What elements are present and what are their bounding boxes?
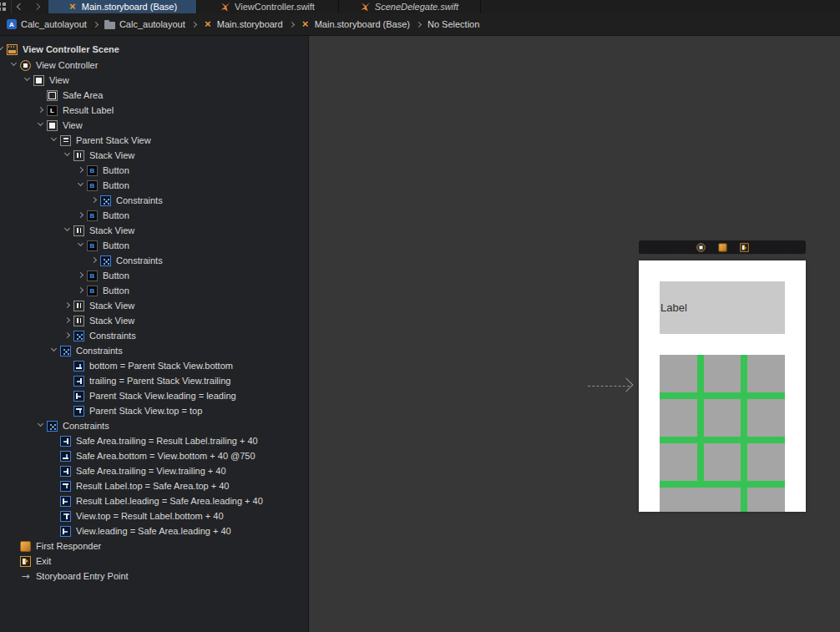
outline-row-view-top-result-label-bottom-40[interactable]: View.top = Result Label.bottom + 40 <box>0 508 308 523</box>
disclosure-chevron-icon[interactable] <box>89 195 100 206</box>
outline-row-view-controller-scene[interactable]: View Controller Scene <box>0 41 308 58</box>
button-icon <box>87 180 98 191</box>
tab-scenedelegate-swift[interactable]: SceneDelegate.swift <box>339 0 481 13</box>
dock-first-responder-icon[interactable] <box>718 243 726 251</box>
outline-row-button[interactable]: Button <box>0 238 308 253</box>
swift-icon <box>361 2 371 12</box>
disclosure-chevron-icon[interactable] <box>62 315 73 326</box>
outline-row-constraints[interactable]: Constraints <box>0 418 308 433</box>
outline-row-button[interactable]: Button <box>0 208 308 223</box>
navigate-forward-button[interactable] <box>28 0 45 13</box>
dock-view-controller-icon[interactable] <box>696 243 705 251</box>
jump-bar: ACalc_autolayoutCalc_autolayout×Main.sto… <box>0 13 840 36</box>
outline-row-label: Safe Area <box>63 90 103 100</box>
tab-overview-icon[interactable] <box>0 0 12 13</box>
disclosure-chevron-icon[interactable] <box>62 330 73 341</box>
outline-row-parent-stack-view[interactable]: Parent Stack View <box>0 133 308 148</box>
stack-v-icon <box>60 135 71 146</box>
outline-row-constraints[interactable]: Constraints <box>0 343 308 358</box>
outline-row-view-leading-safe-area-leading-40[interactable]: View.leading = Safe Area.leading + 40 <box>0 523 308 538</box>
outline-row-constraints[interactable]: Constraints <box>0 253 308 268</box>
disclosure-spacer <box>62 375 73 387</box>
outline-row-stack-view[interactable]: Stack View <box>0 223 308 238</box>
navigate-back-button[interactable] <box>12 0 28 13</box>
result-label[interactable]: Label <box>660 281 785 334</box>
outline-row-stack-view[interactable]: Stack View <box>0 148 308 163</box>
outline-row-view-controller[interactable]: View Controller <box>0 58 308 73</box>
breadcrumb-item[interactable]: ×Main.storyboard (Base) <box>301 19 410 29</box>
stack-h-icon <box>73 316 84 326</box>
outline-row-view[interactable]: View <box>0 73 308 88</box>
outline-row-label: Stack View <box>89 316 134 326</box>
buttons-grid[interactable] <box>660 355 785 512</box>
outline-row-storyboard-entry-point[interactable]: Storyboard Entry Point <box>0 569 308 584</box>
constraint-bottom-icon <box>60 451 71 462</box>
disclosure-spacer <box>48 450 60 462</box>
disclosure-chevron-icon[interactable] <box>35 119 47 131</box>
outline-row-exit[interactable]: Exit <box>0 554 308 569</box>
disclosure-chevron-icon[interactable] <box>8 59 20 71</box>
disclosure-spacer <box>8 555 20 567</box>
outline-row-button[interactable]: Button <box>0 178 308 193</box>
outline-row-constraints[interactable]: Constraints <box>0 328 308 343</box>
label-icon <box>47 105 58 116</box>
disclosure-chevron-icon[interactable] <box>75 285 87 296</box>
outline-row-result-label[interactable]: Result Label <box>0 103 308 118</box>
outline-row-safe-area[interactable]: Safe Area <box>0 88 308 103</box>
outline-row-safe-area-trailing-view-trailing-40[interactable]: Safe Area.trailing = View.trailing + 40 <box>0 463 308 478</box>
outline-row-safe-area-trailing-result-label-trailing[interactable]: Safe Area.trailing = Result Label.traili… <box>0 433 308 448</box>
disclosure-chevron-icon[interactable] <box>48 134 60 146</box>
breadcrumb-item[interactable]: ×Main.storyboard <box>203 19 283 29</box>
outline-row-result-label-top-safe-area-top-40[interactable]: Result Label.top = Safe Area.top + 40 <box>0 478 308 493</box>
disclosure-chevron-icon[interactable] <box>89 255 100 266</box>
disclosure-spacer <box>48 525 60 537</box>
storyboard-canvas[interactable]: Label <box>310 36 840 632</box>
storyboard-icon: × <box>68 2 78 12</box>
outline-row-stack-view[interactable]: Stack View <box>0 298 308 313</box>
outline-row-label: Result Label.top = Safe Area.top + 40 <box>76 481 229 491</box>
outline-row-label: bottom = Parent Stack View.bottom <box>89 361 233 371</box>
disclosure-chevron-icon[interactable] <box>75 270 87 281</box>
outline-row-button[interactable]: Button <box>0 163 308 178</box>
disclosure-chevron-icon[interactable] <box>62 225 73 236</box>
outline-row-label: Parent Stack View.leading = leading <box>89 391 236 401</box>
breadcrumb-item[interactable]: Calc_autolayout <box>104 19 185 29</box>
outline-row-stack-view[interactable]: Stack View <box>0 313 308 328</box>
disclosure-chevron-icon[interactable] <box>35 420 47 432</box>
outline-row-view[interactable]: View <box>0 118 308 133</box>
tab-main-storyboard-base-[interactable]: ×Main.storyboard (Base) <box>48 0 197 13</box>
outline-row-button[interactable]: Button <box>0 268 308 283</box>
disclosure-chevron-icon[interactable] <box>35 104 47 116</box>
disclosure-chevron-icon[interactable] <box>0 43 7 55</box>
outline-row-first-responder[interactable]: First Responder <box>0 538 308 554</box>
outline-row-result-label-leading-safe-area-leading-4[interactable]: Result Label.leading = Safe Area.leading… <box>0 493 308 508</box>
storyboard-icon: × <box>203 19 213 29</box>
view-controller-view[interactable]: Label <box>639 260 806 512</box>
outline-row-label: Storyboard Entry Point <box>36 571 129 581</box>
disclosure-chevron-icon[interactable] <box>75 240 87 251</box>
disclosure-chevron-icon[interactable] <box>22 74 33 86</box>
disclosure-chevron-icon[interactable] <box>75 210 87 221</box>
outline-row-button[interactable]: Button <box>0 283 308 298</box>
dock-exit-icon[interactable] <box>740 243 748 251</box>
outline-row-safe-area-bottom-view-bottom-40-750[interactable]: Safe Area.bottom = View.bottom + 40 @750 <box>0 448 308 463</box>
outline-row-parent-stack-view-leading-leading[interactable]: Parent Stack View.leading = leading <box>0 388 308 403</box>
disclosure-chevron-icon[interactable] <box>62 300 73 311</box>
tab-viewcontroller-swift[interactable]: ViewController.swift <box>197 0 339 13</box>
outline-row-bottom-parent-stack-view-bottom[interactable]: bottom = Parent Stack View.bottom <box>0 358 308 373</box>
constraints-icon <box>47 421 58 432</box>
outline-row-label: Button <box>103 210 129 220</box>
disclosure-chevron-icon[interactable] <box>75 179 87 191</box>
storyboard-entry-point-arrowhead <box>620 378 634 392</box>
disclosure-chevron-icon[interactable] <box>48 345 60 356</box>
constraints-icon <box>73 331 84 341</box>
disclosure-chevron-icon[interactable] <box>75 164 87 176</box>
outline-row-parent-stack-view-top-top[interactable]: Parent Stack View.top = top <box>0 403 308 418</box>
outline-row-trailing-parent-stack-view-trailing[interactable]: trailing = Parent Stack View.trailing <box>0 373 308 388</box>
outline-row-label: Result Label <box>63 105 114 115</box>
constraint-leading-icon <box>73 391 84 402</box>
outline-row-constraints[interactable]: Constraints <box>0 193 308 208</box>
breadcrumb-item[interactable]: No Selection <box>428 19 479 29</box>
breadcrumb-item[interactable]: ACalc_autolayout <box>7 19 87 29</box>
disclosure-chevron-icon[interactable] <box>62 149 73 161</box>
